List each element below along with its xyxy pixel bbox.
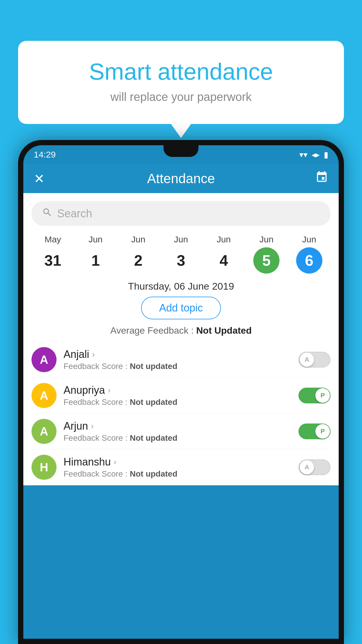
student-name: Anupriya › (64, 384, 291, 396)
avatar: A (31, 383, 57, 408)
cal-day-3[interactable]: Jun 3 (160, 235, 203, 274)
search-bar[interactable]: Search (31, 201, 331, 226)
student-score: Feedback Score : Not updated (64, 433, 291, 443)
close-button[interactable]: ✕ (34, 171, 51, 186)
student-name: Himanshu › (64, 456, 291, 468)
student-name: Arjun › (64, 420, 291, 432)
avg-feedback: Average Feedback : Not Updated (23, 325, 339, 336)
signal-icon: ◂▸ (312, 150, 320, 160)
search-icon (42, 207, 52, 220)
phone-frame: 14:29 ▾▾ ◂▸ ▮ ✕ Attendance (18, 140, 344, 644)
notch (164, 145, 198, 157)
cal-day-4[interactable]: Jun 4 (202, 235, 245, 274)
calendar-row: May 31 Jun 1 Jun 2 Jun 3 Jun 4 (23, 232, 339, 274)
search-placeholder: Search (57, 207, 92, 220)
student-info: Arjun › Feedback Score : Not updated (64, 420, 291, 443)
app-bar: ✕ Attendance (23, 164, 339, 193)
selected-date: Thursday, 06 June 2019 (23, 281, 339, 292)
avatar: H (31, 455, 57, 480)
content-area: Search May 31 Jun 1 Jun 2 Jun 3 (23, 193, 339, 485)
avg-feedback-label: Average Feedback : (110, 325, 196, 336)
list-item[interactable]: A Anjali › Feedback Score : Not updated … (31, 342, 331, 378)
cal-day-1[interactable]: Jun 1 (74, 235, 117, 274)
status-icons: ▾▾ ◂▸ ▮ (299, 150, 328, 160)
wifi-icon: ▾▾ (299, 150, 307, 160)
student-name: Anjali › (64, 348, 291, 360)
cal-day-0[interactable]: May 31 (31, 235, 74, 274)
cal-day-6[interactable]: Jun 6 (288, 235, 331, 274)
student-info: Anupriya › Feedback Score : Not updated (64, 384, 291, 407)
student-score: Feedback Score : Not updated (64, 398, 291, 407)
attendance-toggle[interactable]: P (298, 388, 331, 403)
battery-icon: ▮ (324, 150, 328, 160)
chevron-right-icon: › (114, 457, 116, 467)
attendance-toggle[interactable]: A (298, 352, 331, 368)
student-info: Anjali › Feedback Score : Not updated (64, 348, 291, 371)
attendance-toggle[interactable]: A (298, 459, 331, 475)
cal-day-2[interactable]: Jun 2 (117, 235, 160, 274)
list-item[interactable]: H Himanshu › Feedback Score : Not update… (31, 449, 331, 485)
add-topic-button[interactable]: Add topic (141, 297, 221, 319)
bubble-title: Smart attendance (41, 58, 321, 85)
student-score: Feedback Score : Not updated (64, 362, 291, 371)
chevron-right-icon: › (108, 386, 110, 395)
status-time: 14:29 (34, 150, 56, 160)
student-score: Feedback Score : Not updated (64, 469, 291, 479)
status-bar: 14:29 ▾▾ ◂▸ ▮ (23, 145, 339, 164)
avg-feedback-value: Not Updated (196, 325, 252, 336)
chevron-right-icon: › (91, 421, 94, 431)
chevron-right-icon: › (92, 350, 95, 359)
student-list: A Anjali › Feedback Score : Not updated … (23, 342, 339, 485)
list-item[interactable]: A Arjun › Feedback Score : Not updated P (31, 414, 331, 449)
bubble-subtitle: will replace your paperwork (41, 90, 321, 104)
attendance-toggle[interactable]: P (298, 424, 331, 439)
student-info: Himanshu › Feedback Score : Not updated (64, 456, 291, 479)
app-title: Attendance (51, 171, 311, 186)
phone-inner: 14:29 ▾▾ ◂▸ ▮ ✕ Attendance (23, 145, 339, 639)
cal-day-5[interactable]: Jun 5 (245, 235, 288, 274)
calendar-button[interactable] (315, 171, 328, 186)
speech-bubble-container: Smart attendance will replace your paper… (18, 41, 344, 124)
list-item[interactable]: A Anupriya › Feedback Score : Not update… (31, 378, 331, 414)
avatar: A (31, 347, 57, 372)
speech-bubble: Smart attendance will replace your paper… (18, 41, 344, 124)
avatar: A (31, 419, 57, 444)
